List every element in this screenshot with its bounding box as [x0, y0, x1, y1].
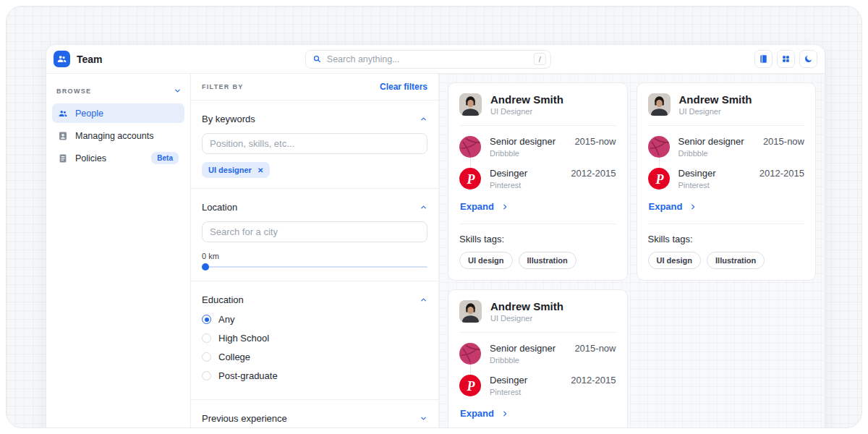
browse-group-label: BROWSE [56, 88, 91, 95]
experience-row: Senior designer Dribbble 2015-now [459, 136, 616, 158]
radio-button-checked[interactable] [202, 315, 211, 324]
previous-experience-section-toggle[interactable]: Previous experience [202, 404, 427, 428]
dribbble-icon [648, 136, 670, 158]
apps-grid-button[interactable] [777, 50, 795, 68]
radio-label: Any [218, 314, 234, 325]
experience-company: Pinterest [490, 181, 527, 190]
sidebar-item-people[interactable]: People [52, 103, 184, 123]
radio-label: Post-graduate [218, 370, 278, 381]
clear-filters-button[interactable]: Clear filters [380, 82, 427, 92]
radio-button[interactable] [202, 333, 211, 343]
header-actions [754, 50, 817, 68]
person-card: Andrew Smith UI Designer Senior designer… [448, 82, 628, 281]
filter-section-education: Education Any High School College [191, 281, 438, 400]
experience-timeline: Senior designer Dribbble 2015-now Desing… [648, 136, 805, 190]
city-search-input[interactable] [202, 221, 427, 242]
radio-button[interactable] [202, 371, 211, 380]
chevron-up-icon [420, 203, 427, 211]
experience-company: Dribbble [678, 149, 744, 158]
radio-option-high-school[interactable]: High School [202, 333, 427, 344]
sidebar-item-policies[interactable]: Policies Beta [52, 148, 184, 168]
avatar [459, 93, 482, 116]
distance-slider[interactable] [202, 263, 427, 271]
radio-option-post-graduate[interactable]: Post-graduate [202, 370, 427, 381]
document-icon [58, 153, 68, 163]
empty-grid-slot [637, 289, 817, 428]
experience-period: 2015-now [574, 136, 616, 147]
expand-button[interactable]: Expand [460, 408, 509, 419]
experience-row: Senior designer Dribbble 2015-now [648, 136, 805, 158]
expand-label: Expand [649, 201, 683, 212]
experience-title: Senior designer [678, 136, 744, 147]
location-section-toggle[interactable]: Location [202, 193, 427, 221]
app-logo [54, 51, 70, 67]
experience-timeline: Senior designer Dribbble 2015-now Desing… [459, 136, 616, 190]
experience-timeline: Senior designer Dribbble 2015-now Desing… [459, 343, 616, 396]
results-grid: Andrew Smith UI Designer Senior designer… [439, 74, 825, 428]
experience-company: Dribbble [490, 356, 556, 365]
skill-tag: Illustration [519, 252, 576, 269]
skills-tags-label: Skills tags: [459, 234, 616, 244]
sidebar-item-managing-accounts[interactable]: Managing accounts [52, 126, 184, 145]
previous-experience-label: Previous experience [202, 413, 287, 424]
card-header: Andrew Smith UI Designer [648, 93, 805, 126]
slider-thumb[interactable] [202, 263, 209, 271]
sidebar-item-label: Managing accounts [75, 131, 153, 141]
filter-by-label: FILTER BY [202, 83, 244, 90]
filter-section-location: Location 0 km [191, 189, 438, 281]
radio-option-college[interactable]: College [202, 352, 427, 362]
sidebar-group-browse[interactable]: BROWSE [52, 80, 184, 103]
notebook-button[interactable] [754, 50, 773, 68]
close-icon[interactable]: ✕ [258, 166, 263, 174]
dark-mode-button[interactable] [799, 50, 817, 68]
card-header: Andrew Smith UI Designer [459, 300, 616, 333]
experience-company: Pinterest [490, 388, 527, 396]
experience-title: Desinger [490, 168, 527, 179]
skill-tag: Illustration [707, 252, 765, 269]
app-title: Team [77, 54, 103, 65]
experience-row: Senior designer Dribbble 2015-now [459, 343, 616, 365]
education-section-toggle[interactable]: Education [202, 286, 427, 314]
avatar [648, 93, 671, 116]
chevron-right-icon [501, 410, 509, 417]
skills-list: UI design Illustration [459, 252, 616, 269]
experience-row: Desinger Pinterest 2012-2015 [648, 168, 805, 190]
moon-icon [804, 54, 813, 64]
expand-button[interactable]: Expand [649, 201, 697, 212]
people-icon [58, 109, 68, 119]
dribbble-icon [459, 343, 481, 365]
keyword-tag-ui-designer[interactable]: UI designer ✕ [202, 162, 270, 178]
top-bar: Team Search anything... / [46, 45, 825, 74]
pinterest-icon [459, 168, 481, 190]
location-label: Location [202, 202, 237, 213]
chevron-down-icon [420, 414, 427, 422]
experience-period: 2015-now [574, 343, 616, 354]
experience-period: 2015-now [763, 136, 804, 147]
radio-label: College [218, 352, 250, 362]
radio-option-any[interactable]: Any [202, 314, 427, 325]
radio-button[interactable] [202, 352, 211, 362]
education-label: Education [202, 294, 244, 305]
global-search-input[interactable]: Search anything... / [305, 50, 551, 69]
filter-header: FILTER BY Clear filters [191, 74, 438, 101]
keywords-section-toggle[interactable]: By keywords [202, 105, 427, 133]
distance-value-label: 0 km [202, 252, 427, 260]
radio-label: High School [218, 333, 269, 344]
person-role: UI Designer [679, 107, 752, 116]
keywords-input[interactable] [202, 133, 427, 154]
experience-row: Desinger Pinterest 2012-2015 [459, 375, 616, 396]
search-icon [312, 54, 322, 64]
experience-row: Desinger Pinterest 2012-2015 [459, 168, 616, 190]
filter-section-keywords: By keywords UI designer ✕ [191, 101, 438, 189]
app-window: Team Search anything... / [46, 44, 825, 428]
chevron-right-icon [689, 203, 697, 210]
person-name: Andrew Smith [490, 93, 563, 106]
chevron-right-icon [501, 203, 509, 210]
slider-track[interactable] [202, 266, 427, 268]
person-card: Andrew Smith UI Designer Senior designer… [448, 289, 628, 428]
skills-list: UI design Illustration [648, 252, 805, 269]
page-background: Team Search anything... / [6, 6, 862, 428]
expand-button[interactable]: Expand [460, 201, 509, 212]
experience-period: 2012-2015 [571, 168, 616, 179]
sidebar-item-label: People [75, 109, 103, 119]
